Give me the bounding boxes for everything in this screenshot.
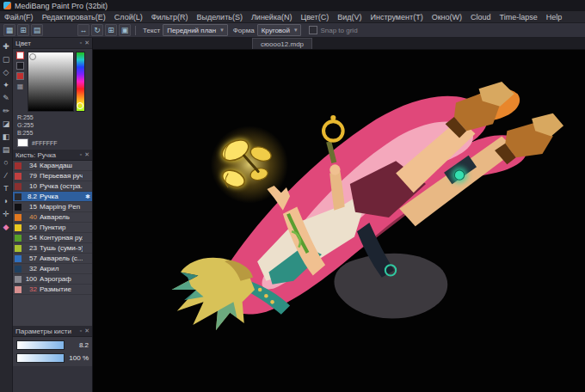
shape-tool[interactable]: ○ [1,157,12,168]
color-panel-header: Цвет ▫ ✕ [13,38,92,49]
brush-item[interactable]: 8.2 Ручка ✱ [13,192,92,202]
foreground-color-chip[interactable] [16,52,24,59]
dock-brush-icon[interactable]: ⊞ [17,24,29,36]
toolbar-icon-glyph: ⊞ [108,26,114,34]
close-panel-icon[interactable]: ✕ [84,150,89,160]
rotate-canvas-icon[interactable]: ↻ [91,24,103,36]
menu-item[interactable]: Инструмент(T) [366,13,427,21]
brush-panel-title: Кисть: Ручка [15,151,77,159]
brush-size: 10 [24,182,37,190]
toolbar-icon-glyph: ▤ [34,26,41,34]
palette-color-chip[interactable] [16,72,24,80]
brush-size: 32 [24,285,37,293]
dock-layer-icon[interactable]: ▤ [31,24,43,36]
eraser-tool[interactable]: ◪ [1,119,12,130]
slider-track[interactable] [16,353,65,363]
brush-preview-swatch [15,173,22,180]
brush-item[interactable]: 50 Пунктир ✱ [13,223,92,233]
chevron-down-icon: ▾ [220,27,224,34]
float-panel-icon[interactable]: ▫ [80,150,82,160]
brush-item[interactable]: 40 Акварель ✱ [13,212,92,223]
grid-toggle-icon[interactable]: ⊞ [105,24,117,36]
close-panel-icon[interactable]: ✕ [84,326,89,336]
shape-select[interactable]: Круговой ▾ [257,24,302,36]
menu-item-label: Вид(V) [337,13,361,21]
brush-params-title: Параметры кисти [15,328,77,335]
menu-item-label: Фильтр(R) [151,13,188,21]
brush-item[interactable]: 54 Контурная ру... ✱ [13,233,92,243]
brush-settings-icon[interactable]: ✱ [85,193,90,200]
brush-item[interactable]: 79 Перьевая руч... ✱ [13,171,92,181]
brush-item[interactable]: 57 Акварель (с... ✱ [13,254,92,264]
tool-strip: ✚ ▢ ◇ ✦ ✎ ✏ ◪ ◧ ▤ ○ ∕ T [0,38,13,392]
tool-glyph: ○ [3,158,8,167]
dock-color-icon[interactable]: ▦ [3,24,15,36]
menu-item[interactable]: Выделить(S) [192,13,247,21]
saturation-value-picker[interactable] [28,52,74,112]
menu-item[interactable]: Файл(F) [0,13,38,21]
chevron-down-icon: ▾ [294,27,298,34]
brush-item[interactable]: 15 Mapping Pen ✱ [13,202,92,212]
lasso-tool[interactable]: ◇ [1,67,12,78]
sv-marker [29,53,36,60]
app-icon [3,2,11,9]
brush-item[interactable]: 100 Аэрограф ✱ [13,274,92,285]
window-title: MediBang Paint Pro (32bit) [15,2,108,10]
current-color-swatch [17,138,28,147]
document-tab[interactable]: сюооо12.mdp [252,38,312,49]
float-panel-icon[interactable]: ▫ [80,326,82,336]
toolbar-icon-glyph: ⊞ [20,26,27,34]
brush-name: Mapping Pen [40,203,83,211]
menu-item[interactable]: Фильтр(R) [147,13,193,21]
brush-item[interactable]: 32 Акрил ✱ [13,264,92,274]
bucket-tool[interactable]: ◧ [1,132,12,143]
text-tool[interactable]: T [1,183,12,194]
brush-tool[interactable]: ✏ [1,106,12,117]
brush-item[interactable]: 34 Карандаш ✱ [13,161,92,171]
hue-slider[interactable] [76,52,85,112]
slider-track[interactable] [16,340,65,350]
magic-wand-tool[interactable]: ✦ [1,80,12,91]
menu-item[interactable]: Окно(W) [428,13,466,21]
drawing-canvas[interactable] [93,50,585,392]
menu-item[interactable]: Слой(L) [110,13,147,21]
menu-item[interactable]: Редактировать(E) [38,13,110,21]
symmetry-tool[interactable]: ◆ [1,222,12,233]
material-panel-icon[interactable]: ▣ [119,24,131,36]
panel-dock: Цвет ▫ ✕ ▦ R:255 G:25 [13,38,93,392]
brush-item[interactable]: 32 Размытие ✱ [13,285,92,295]
foreground-select[interactable]: Передний план ▾ [163,24,228,36]
brush-name: Размытие [40,285,83,293]
snap-to-grid-checkbox[interactable] [309,26,317,34]
transform-icon[interactable]: ↔ [77,24,89,36]
hand-tool[interactable]: ✛ [1,209,12,220]
canvas-area: сюооо12.mdp [93,38,585,392]
menu-item[interactable]: Time-lapse [496,13,542,21]
brush-size: 79 [24,172,37,180]
brush-preview-swatch [15,204,22,211]
gradient-tool[interactable]: ▤ [1,144,12,156]
brush-name: Акварель (с... [40,254,83,262]
move-tool[interactable]: ✚ [1,41,12,52]
menu-item[interactable]: Help [542,13,567,21]
palette-grid-icon[interactable]: ▦ [17,83,24,90]
marquee-select-tool[interactable]: ▢ [1,54,12,65]
brush-preview-swatch [15,224,22,231]
menu-item[interactable]: Cloud [466,13,496,21]
menu-item[interactable]: Вид(V) [333,13,366,21]
brush-size: 100 [24,275,37,283]
close-panel-icon[interactable]: ✕ [84,38,89,48]
brush-item[interactable]: 23 Тушь (суми-э) ✱ [13,243,92,254]
menu-item[interactable]: Линейка(N) [247,13,297,21]
background-color-chip[interactable] [16,62,24,70]
slider-value: 8.2 [68,341,89,349]
text-tool-label: Текст [143,27,160,34]
select-pen-tool[interactable]: ✎ [1,93,12,104]
float-panel-icon[interactable]: ▫ [80,38,82,48]
divide-tool[interactable]: ∕ [1,170,12,181]
menu-item[interactable]: Цвет(C) [297,13,334,21]
brush-item[interactable]: 10 Ручка (остра... ✱ [13,181,92,192]
brush-size: 40 [24,213,37,221]
eyedropper-tool[interactable]: ◗ [1,196,12,207]
brush-preview-swatch [15,266,22,273]
